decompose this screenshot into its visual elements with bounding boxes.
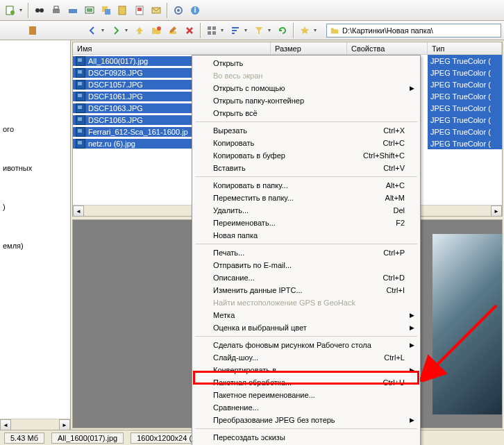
address-input[interactable]: D:\Картинки\Новая папка\ [326,24,501,37]
menu-item-label: Конвертировать в [213,366,405,374]
menu-item-label: Сравнение... [213,403,405,412]
view-grid-icon[interactable] [204,23,219,38]
book-icon[interactable] [25,23,40,38]
col-type[interactable]: Тип [428,42,502,54]
binoculars-icon[interactable] [32,3,47,18]
menu-item[interactable]: Отправить по E-mail... [194,259,419,271]
menu-item[interactable]: Описание...Ctrl+D [194,271,419,284]
settings-icon[interactable] [171,3,186,18]
svg-text:i: i [194,6,196,14]
help-icon[interactable]: i [187,3,203,18]
email-icon[interactable] [149,3,164,18]
svg-rect-4 [53,9,60,13]
menu-item[interactable]: Сравнение... [194,401,419,414]
menu-item[interactable]: Переименовать...F2 [194,217,419,229]
tree-scrollbar[interactable]: ◄► [0,419,70,430]
svg-point-2 [35,8,40,12]
file-name: Ferrari_612-Sca_161-1600.jp [88,128,188,136]
menu-item[interactable]: Пакетное переименование... [194,389,419,401]
tree-item[interactable]: емля) [0,240,70,251]
convert-icon[interactable] [115,3,131,18]
menu-item[interactable]: Печать...Ctrl+P [194,246,419,259]
delete-icon[interactable] [182,23,197,38]
menu-item[interactable]: Изменить данные IPTC...Ctrl+I [194,284,419,296]
svg-rect-24 [208,31,211,35]
refresh-icon[interactable] [275,23,290,38]
status-size: 5.43 Мб [4,433,44,444]
jpeg-icon[interactable] [132,3,147,18]
tree-item[interactable]: ого [0,124,70,135]
menu-item[interactable]: Преобразование JPEG без потерь▶ [194,414,419,426]
file-type: JPEG TrueColor ( [428,114,502,126]
menu-item[interactable]: Пересоздать эскизы [194,431,419,444]
tree-item[interactable]: ивотных [0,162,70,174]
file-name: DSCF0928.JPG [88,69,143,77]
menu-item[interactable]: Открыть [194,57,419,69]
col-size[interactable]: Размер [271,42,347,54]
jpeg-file-icon [76,80,85,90]
menu-separator [195,428,417,429]
file-name: netz.ru (6).jpg [88,140,135,148]
menu-item[interactable]: Открыть всё [194,107,419,119]
rename-icon[interactable] [165,23,180,38]
forward-icon[interactable] [108,23,124,38]
jpeg-file-icon [76,103,85,113]
menu-item-label: Переименовать... [213,219,396,227]
context-menu: ОткрытьВо весь экранОткрыть с помощью▶От… [192,55,421,445]
jpeg-file-icon [76,92,85,101]
print-icon[interactable] [49,3,64,18]
menu-item[interactable]: Копировать в папку...Alt+C [194,179,419,192]
menu-item-label: Оценка и выбранный цвет [213,324,405,332]
menu-item[interactable]: Новая папка [194,229,419,242]
menu-item[interactable]: Оценка и выбранный цвет▶ [194,321,419,334]
menu-item-label: Открыть папку-контейнер [213,96,405,105]
svg-rect-5 [54,6,58,9]
up-icon[interactable] [132,23,147,38]
new-folder-icon[interactable] [149,23,164,38]
menu-item-shortcut: Ctrl+V [383,164,405,172]
menu-item-label: Копировать [213,139,383,147]
svg-point-1 [10,10,15,15]
menu-item[interactable]: ВырезатьCtrl+X [194,124,419,137]
menu-item-label: Переместить в папку... [213,194,385,202]
svg-rect-8 [87,8,92,12]
svg-rect-10 [105,9,110,15]
slideshow-icon[interactable] [82,3,97,18]
menu-item-label: Открыть всё [213,109,405,117]
svg-rect-22 [208,26,211,30]
back-icon[interactable] [85,23,100,38]
menu-item[interactable]: ВставитьCtrl+V [194,162,419,174]
menu-item[interactable]: Открыть папку-контейнер [194,94,419,107]
menu-item[interactable]: Открыть с помощью▶ [194,82,419,94]
menu-item[interactable]: КопироватьCtrl+C [194,137,419,149]
menu-item[interactable]: Пакетная обработка...Ctrl+U [194,376,419,389]
svg-point-3 [40,8,44,12]
filter-icon[interactable] [251,23,267,38]
menu-item[interactable]: Удалить...Del [194,204,419,217]
menu-item-shortcut: Ctrl+C [383,139,405,147]
tree-item[interactable]: ) [0,201,70,212]
address-path: D:\Картинки\Новая папка\ [342,26,433,35]
menu-item-label: Вставить [213,164,383,172]
menu-item-label: Найти местоположение GPS в GeoHack [213,299,405,307]
menu-item[interactable]: Копировать в буферCtrl+Shift+C [194,149,419,162]
new-icon[interactable] [3,3,18,18]
menu-item[interactable]: Слайд-шоу...Ctrl+L [194,351,419,364]
svg-rect-23 [212,26,216,30]
sort-icon[interactable] [228,23,243,38]
menu-item[interactable]: Переместить в папку...Alt+M [194,192,419,204]
col-name[interactable]: Имя [73,42,271,54]
menu-item[interactable]: Сделать фоновым рисунком Рабочего стола▶ [194,339,419,351]
menu-item[interactable]: Конвертировать в▶ [194,364,419,376]
jpeg-file-icon [76,68,85,78]
menu-item[interactable]: Метка▶ [194,309,419,321]
scanner-icon[interactable] [65,3,81,18]
menu-item: Найти местоположение GPS в GeoHack [194,296,419,309]
favorite-icon[interactable] [297,23,312,38]
menu-item-label: Пакетная обработка... [213,378,383,387]
submenu-arrow-icon: ▶ [410,324,414,331]
menu-item-label: Во весь экран [213,72,405,80]
svg-rect-27 [232,30,237,31]
col-props[interactable]: Свойства [347,42,428,54]
batch-icon[interactable] [99,3,114,18]
